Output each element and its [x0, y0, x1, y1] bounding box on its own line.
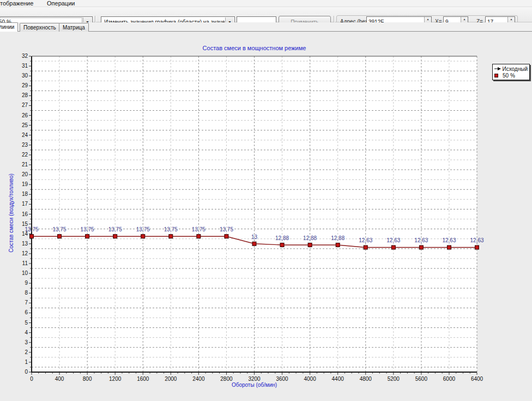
legend-item-50pct[interactable]: 50 % — [494, 72, 528, 79]
y-tick-label: 24 — [22, 132, 28, 138]
chart-panel: 0123456789101112131415161718192021222324… — [0, 32, 532, 401]
y-tick-label: 9 — [25, 280, 28, 286]
x-tick-label: 2800 — [220, 376, 233, 382]
x-tick-label: 400 — [55, 376, 64, 382]
data-point-marker[interactable] — [197, 235, 201, 238]
data-point-label: 13,75 — [164, 226, 178, 232]
y-tick-label: 2 — [25, 349, 28, 355]
data-point-marker[interactable] — [308, 243, 312, 247]
data-point-label: 12,63 — [386, 237, 400, 243]
y-tick-label: 25 — [22, 122, 28, 128]
x-tick-label: 4000 — [304, 376, 317, 382]
data-point-label: 13,75 — [53, 226, 66, 232]
y-tick-label: 5 — [25, 320, 28, 326]
y-tick-label: 0 — [25, 369, 28, 375]
data-point-label: 12,88 — [275, 235, 289, 241]
x-tick-label: 5200 — [388, 376, 400, 382]
y-tick-label: 21 — [22, 161, 28, 167]
y-tick-label: 3 — [25, 339, 28, 345]
data-point-label: 13,75 — [136, 226, 150, 232]
y-tick-label: 27 — [22, 102, 28, 108]
x-tick-label: 6400 — [471, 376, 483, 382]
data-point-label: 13,75 — [25, 226, 38, 232]
y-tick-label: 31 — [22, 63, 28, 69]
data-point-label: 12,63 — [470, 237, 483, 243]
y-tick-label: 10 — [22, 270, 28, 276]
menu-item-display[interactable]: тображение — [0, 0, 35, 7]
tab-matrix[interactable]: Матрица — [59, 23, 89, 32]
data-point-marker[interactable] — [252, 242, 256, 246]
data-point-label: 12,88 — [331, 235, 344, 241]
legend-item-label: 50 % — [503, 73, 515, 79]
data-point-label: 13 — [251, 234, 258, 240]
y-tick-label: 32 — [22, 53, 28, 59]
main-toolbar: 50 % ▼ Изменить значения графика (област… — [0, 7, 532, 22]
y-tick-label: 17 — [22, 201, 28, 207]
x-tick-label: 800 — [83, 376, 92, 382]
y-tick-label: 6 — [25, 309, 28, 315]
x-tick-label: 5600 — [415, 376, 428, 382]
chart-legend: Исходный 50 % — [492, 64, 530, 80]
data-point-marker[interactable] — [280, 243, 284, 247]
y-tick-label: 22 — [22, 152, 28, 158]
y-tick-label: 13 — [22, 241, 28, 247]
y-tick-label: 4 — [25, 330, 28, 336]
y-tick-label: 20 — [22, 171, 28, 177]
chart-plot-svg: 0123456789101112131415161718192021222324… — [0, 32, 532, 401]
square-marker-icon — [494, 74, 503, 77]
x-tick-label: 6000 — [443, 376, 456, 382]
x-tick-label: 4800 — [360, 376, 372, 382]
x-tick-label: 2000 — [165, 376, 177, 382]
y-tick-label: 12 — [22, 250, 28, 256]
x-tick-label: 3600 — [276, 376, 288, 382]
data-point-marker[interactable] — [113, 235, 117, 238]
y-tick-label: 19 — [22, 181, 28, 187]
data-point-marker[interactable] — [225, 235, 228, 238]
data-point-marker[interactable] — [169, 235, 173, 238]
y-tick-label: 7 — [25, 300, 28, 306]
y-tick-label: 30 — [22, 73, 28, 79]
data-point-label: 13,75 — [108, 226, 122, 232]
y-tick-label: 16 — [22, 211, 28, 217]
data-point-marker[interactable] — [447, 246, 451, 249]
menu-bar: тображение Операции — [0, 0, 532, 7]
y-tick-label: 11 — [22, 260, 28, 266]
data-point-marker[interactable] — [391, 246, 395, 249]
y-tick-label: 8 — [25, 290, 28, 296]
y-tick-label: 15 — [22, 221, 28, 227]
x-tick-label: 4400 — [332, 376, 344, 382]
x-tick-label: 2400 — [192, 376, 205, 382]
data-point-marker[interactable] — [475, 246, 479, 249]
data-point-label: 12,63 — [414, 237, 428, 243]
y-tick-label: 29 — [22, 82, 28, 88]
data-point-marker[interactable] — [364, 246, 367, 249]
y-tick-label: 28 — [22, 92, 28, 98]
data-point-label: 12,63 — [442, 237, 456, 243]
chart-title: Состав смеси в мощностном режиме — [32, 45, 477, 51]
x-tick-label: 1200 — [109, 376, 122, 382]
x-tick-label: 0 — [30, 376, 33, 382]
tab-surface[interactable]: Поверхность — [20, 23, 60, 32]
data-point-marker[interactable] — [336, 243, 340, 247]
data-point-label: 13,75 — [81, 226, 94, 232]
x-tick-label: 3200 — [248, 376, 261, 382]
y-tick-label: 26 — [22, 112, 28, 118]
data-point-marker[interactable] — [141, 235, 145, 238]
menu-item-operations[interactable]: Операции — [45, 0, 77, 7]
view-tab-bar: олинии Поверхность Матрица — [0, 22, 532, 32]
y-tick-label: 23 — [22, 142, 28, 148]
x-axis-label: Обороты (об/мин) — [32, 382, 477, 388]
tab-isolines[interactable]: олинии — [0, 22, 18, 32]
y-tick-label: 18 — [22, 191, 28, 197]
data-point-marker[interactable] — [419, 246, 423, 249]
data-point-marker[interactable] — [58, 235, 62, 238]
data-point-marker[interactable] — [30, 235, 34, 238]
arrow-line-marker-icon — [494, 67, 502, 71]
data-point-label: 12,88 — [303, 235, 317, 241]
legend-item-source[interactable]: Исходный — [494, 65, 528, 72]
legend-item-label: Исходный — [502, 66, 528, 72]
data-point-label: 13,75 — [220, 226, 233, 232]
x-tick-label: 1600 — [137, 376, 149, 382]
data-point-label: 13,75 — [192, 226, 205, 232]
data-point-marker[interactable] — [86, 235, 89, 238]
